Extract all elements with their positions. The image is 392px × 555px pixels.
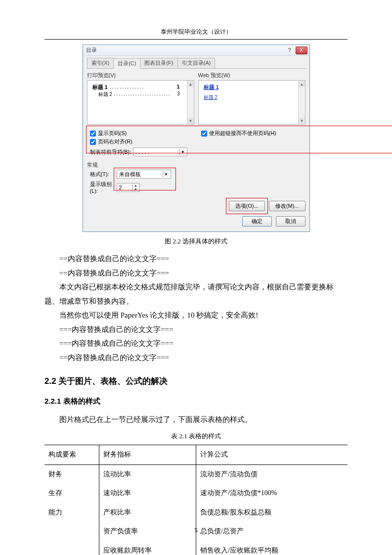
dialog-window: 目录 ? X 索引(X) 目录(C) 图表目录(F) 引文目录(A) 打印预览(… (83, 45, 310, 232)
heading-2-2-1: 2.2.1 表格的样式 (44, 394, 348, 409)
page-header: 泰州学院毕业论文（设计） (0, 0, 392, 39)
table-row: 应收账款周转率 销售收入/应收账款平均额 (44, 541, 348, 555)
dialog-title: 目录 (86, 46, 97, 54)
scroll-down-icon[interactable]: ▼ (187, 117, 194, 124)
leader-dots: .............. (108, 84, 177, 91)
web-preview-box: 标题 1 标题 2 ▲ ▼ (198, 80, 305, 125)
ok-button[interactable]: 确定 (242, 216, 272, 227)
scroll-up-icon2[interactable]: ▲ (299, 81, 305, 88)
th-c2: 财务指标 (99, 445, 196, 464)
th-c3: 计算公式 (196, 445, 348, 464)
table-2-1: 构成要素 财务指标 计算公式 财务 流动比率 流动资产/流动负债 生存 速动比率… (44, 445, 348, 555)
scrollbar[interactable]: ▲ ▼ (187, 81, 194, 124)
paragraph: ===内容替换成自己的论文文字=== (44, 323, 348, 337)
preview-h2: 标题 2 (98, 91, 112, 98)
dialog-titlebar: 目录 ? X (83, 45, 309, 56)
document-body: ==内容替换成自己的论文文字=== ==内容替换成自己的论文文字=== (44, 252, 348, 280)
cancel-button[interactable]: 取消 (276, 216, 305, 227)
format-label: 格式(T): (90, 171, 114, 178)
dialog-tabs: 索引(X) 目录(C) 图表目录(F) 引文目录(A) (87, 58, 305, 69)
print-preview-label: 打印预览(V) (87, 72, 194, 79)
td: 财务 (44, 464, 99, 484)
web-h1: 标题 1 (204, 84, 300, 91)
leader-dots2: ........................ (112, 91, 177, 98)
paragraph-main: 本文内容已根据本校论文格式规范排版完毕，请撰写论文内容，根据自己需要更换标题、增… (44, 280, 348, 308)
paragraph: ==内容替换成自己的论文文字=== (44, 266, 348, 280)
table-intro: 图片格式已在上一节已经展示过了，下面展示表格的样式。 (44, 413, 348, 427)
close-icon[interactable]: X (296, 46, 307, 54)
paragraph: ==内容替换成自己的论文文字=== (44, 351, 348, 365)
table-caption: 表 2.1 表格的样式 (44, 430, 348, 443)
td: 能力 (44, 503, 99, 522)
preview-h1-page: 1 (176, 84, 179, 91)
th-c1: 构成要素 (44, 445, 99, 464)
table-row: 能力 产权比率 负债总额/股东权益总额 (44, 503, 348, 522)
header-rule (44, 39, 348, 40)
figure-caption: 图 2.2 选择具体的样式 (0, 237, 392, 246)
paragraph: ===内容替换成自己的论文文字=== (44, 336, 348, 351)
level-label: 显示级别(L): (90, 181, 114, 194)
td: 应收账款周转率 (99, 541, 196, 555)
tab-figures[interactable]: 图表目录(F) (140, 58, 177, 68)
tab-citations[interactable]: 引文目录(A) (177, 58, 216, 68)
help-icon[interactable]: ? (284, 46, 296, 54)
td: 速动比率 (99, 484, 196, 503)
scrollbar2[interactable]: ▲ ▼ (298, 81, 305, 124)
preview-h2-page: 3 (177, 91, 180, 98)
td: 流动资产/流动负债 (196, 464, 348, 484)
heading-2-2: 2.2 关于图片、表格、公式的解决 (44, 373, 348, 389)
page-number: 5 (0, 526, 392, 534)
print-preview-box: 标题 1 .............. 1 标题 2 .............… (87, 80, 194, 125)
tab-toc[interactable]: 目录(C) (113, 58, 140, 69)
scroll-up-icon[interactable]: ▲ (187, 81, 194, 88)
td: 销售收入/应收账款平均额 (196, 541, 348, 555)
scroll-down-icon2[interactable]: ▼ (299, 117, 305, 124)
paragraph: 当然你也可以使用 PaperYes 论文排版，10 秒搞定，安全高效! (44, 308, 348, 323)
td: 速动资产/流动负债*100% (196, 484, 348, 503)
modify-button[interactable]: 修改(M)... (269, 201, 305, 211)
td: 负债总额/股东权益总额 (196, 503, 348, 522)
tab-index[interactable]: 索引(X) (87, 58, 114, 68)
web-h2: 标题 2 (204, 94, 300, 101)
td: 生存 (44, 484, 99, 503)
td: 流动比率 (99, 464, 196, 484)
preview-h1: 标题 1 (92, 84, 108, 91)
table-row: 生存 速动比率 速动资产/流动负债*100% (44, 484, 348, 503)
td: 产权比率 (99, 503, 196, 522)
table-row: 财务 流动比率 流动资产/流动负债 (44, 464, 348, 484)
web-preview-label: Web 预览(W) (198, 72, 305, 79)
paragraph: ==内容替换成自己的论文文字=== (44, 252, 348, 266)
td (44, 541, 99, 555)
